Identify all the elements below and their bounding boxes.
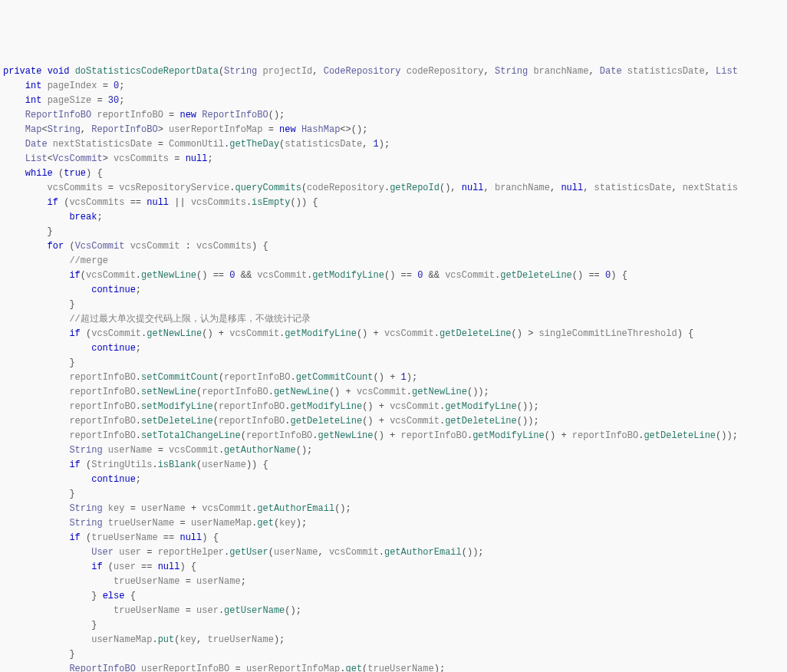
- code-line: continue;: [3, 283, 787, 298]
- code-line: reportInfoBO.setModifyLine(reportInfoBO.…: [3, 400, 787, 414]
- code-line: trueUserName = userName;: [3, 575, 787, 589]
- code-line: trueUserName = user.getUserName();: [3, 604, 787, 618]
- code-line: if (vcsCommit.getNewLine() + vcsCommit.g…: [3, 327, 787, 341]
- code-line: break;: [3, 210, 787, 225]
- code-line: continue;: [3, 341, 787, 356]
- code-line: reportInfoBO.setTotalChangeLine(reportIn…: [3, 429, 787, 443]
- code-line: reportInfoBO.setDeleteLine(reportInfoBO.…: [3, 414, 787, 429]
- code-line: private void doStatisticsCodeReportData(…: [3, 64, 787, 79]
- code-line: String key = userName + vcsCommit.getAut…: [3, 502, 787, 516]
- code-line: reportInfoBO.setCommitCount(reportInfoBO…: [3, 371, 787, 385]
- code-line: }: [3, 647, 787, 662]
- code-line: Date nextStatisticsDate = CommonUtil.get…: [3, 137, 787, 152]
- code-line: //merge: [3, 254, 787, 268]
- code-line: vcsCommits = vcsRepositoryService.queryC…: [3, 181, 787, 196]
- code-line: //超过最大单次提交代码上限，认为是移库，不做统计记录: [3, 312, 787, 327]
- code-line: if (trueUserName == null) {: [3, 531, 787, 545]
- code-line: }: [3, 618, 787, 633]
- code-line: if (user == null) {: [3, 560, 787, 575]
- code-line: }: [3, 487, 787, 502]
- code-line: ReportInfoBO reportInfoBO = new ReportIn…: [3, 108, 787, 123]
- code-line: reportInfoBO.setNewLine(reportInfoBO.get…: [3, 385, 787, 400]
- code-line: User user = reportHelper.getUser(userNam…: [3, 545, 787, 560]
- code-line: for (VcsCommit vcsCommit : vcsCommits) {: [3, 239, 787, 254]
- code-line: List<VcsCommit> vcsCommits = null;: [3, 152, 787, 166]
- code-line: if (StringUtils.isBlank(userName)) {: [3, 458, 787, 473]
- code-line: if (vcsCommits == null || vcsCommits.isE…: [3, 196, 787, 210]
- code-line: if(vcsCommit.getNewLine() == 0 && vcsCom…: [3, 268, 787, 283]
- code-line: ReportInfoBO userReportInfoBO = userRepo…: [3, 662, 787, 672]
- code-line: }: [3, 356, 787, 371]
- code-line: }: [3, 298, 787, 312]
- code-line: String trueUserName = userNameMap.get(ke…: [3, 516, 787, 531]
- code-block: private void doStatisticsCodeReportData(…: [3, 64, 787, 672]
- code-line: }: [3, 225, 787, 239]
- code-line: } else {: [3, 589, 787, 604]
- code-line: int pageIndex = 0;: [3, 79, 787, 94]
- code-line: userNameMap.put(key, trueUserName);: [3, 633, 787, 647]
- code-line: int pageSize = 30;: [3, 94, 787, 108]
- code-line: String userName = vcsCommit.getAuthorNam…: [3, 443, 787, 458]
- code-line: while (true) {: [3, 166, 787, 181]
- code-line: continue;: [3, 473, 787, 487]
- code-line: Map<String, ReportInfoBO> userReportInfo…: [3, 123, 787, 137]
